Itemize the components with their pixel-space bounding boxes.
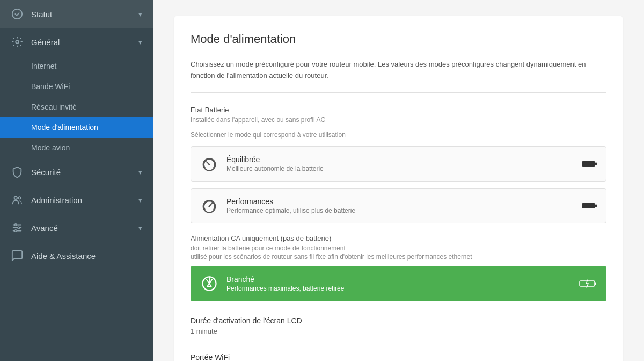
chevron-statut: ▾ [138, 10, 142, 18]
svg-line-23 [586, 280, 588, 284]
sidebar-label-statut: Statut [31, 10, 52, 19]
page-description: Choisissez un mode préconfiguré pour vot… [191, 59, 606, 93]
setting-row-portee-wifi[interactable]: Portée WiFi Étendue [191, 344, 606, 361]
svg-rect-14 [595, 162, 597, 165]
svg-point-2 [14, 197, 18, 200]
sidebar-item-administration[interactable]: Administration ▾ [0, 186, 153, 214]
sidebar-sub-mode-alimentation[interactable]: Mode d'alimentation [0, 117, 153, 138]
power-option-branche[interactable]: Branché Performances maximales, batterie… [191, 266, 606, 301]
battery-section-label: Etat Batterie Installée dans l'appareil,… [191, 106, 606, 139]
battery-full-icon-performances [581, 201, 597, 210]
check-circle-icon [11, 8, 24, 20]
content-card: Mode d'alimentation Choisissez un mode p… [174, 16, 623, 361]
power-option-equilibree[interactable]: Équilibrée Meilleure autonomie de la bat… [191, 146, 606, 182]
performances-text: Performances Performance optimale, utili… [226, 197, 355, 214]
speedometer-icon [200, 154, 219, 174]
settings-icon [11, 35, 24, 48]
main-content: Mode d'alimentation Choisissez un mode p… [153, 0, 644, 361]
svg-point-9 [14, 230, 17, 232]
tune-icon [11, 221, 24, 234]
chevron-general: ▾ [138, 38, 142, 46]
people-icon [11, 193, 24, 206]
branche-text: Branché Performances maximales, batterie… [226, 275, 344, 292]
svg-rect-13 [582, 161, 595, 167]
charging-icon [200, 274, 219, 293]
page-title: Mode d'alimentation [191, 32, 606, 46]
sidebar: Statut ▾ Général ▾ Internet Bande WiFi R… [0, 0, 153, 361]
sidebar-label-aide: Aide & Assistance [31, 251, 96, 261]
sidebar-sub-mode-avion[interactable]: Mode avion [0, 138, 153, 158]
svg-point-12 [209, 163, 210, 165]
svg-point-7 [14, 224, 17, 226]
shield-icon [11, 165, 24, 178]
sidebar-label-administration: Administration [31, 196, 82, 205]
svg-rect-19 [595, 204, 597, 207]
chevron-securite: ▾ [138, 168, 142, 176]
chat-icon [11, 249, 24, 262]
battery-full-icon-equilibree [581, 160, 597, 168]
power-option-performances[interactable]: Performances Performance optimale, utili… [191, 188, 606, 223]
chevron-administration: ▾ [138, 196, 142, 204]
sidebar-label-securite: Sécurité [31, 168, 61, 177]
sidebar-label-avance: Avancé [31, 223, 58, 233]
setting-row-duree-lcd[interactable]: Durée d'activation de l'écran LCD 1 minu… [191, 308, 606, 344]
sidebar-item-securite[interactable]: Sécurité ▾ [0, 158, 153, 186]
ca-section: Alimentation CA uniquement (pas de batte… [191, 234, 606, 261]
svg-point-17 [209, 205, 210, 207]
sidebar-sub-bande-wifi[interactable]: Bande WiFi [0, 76, 153, 97]
svg-point-8 [18, 227, 20, 229]
svg-rect-22 [595, 282, 596, 285]
sidebar-item-general[interactable]: Général ▾ [0, 28, 153, 56]
speedometer-fast-icon [200, 196, 219, 215]
svg-rect-18 [582, 203, 595, 208]
sidebar-sub-internet[interactable]: Internet [0, 56, 153, 76]
sidebar-label-general: Général [31, 38, 60, 47]
sidebar-item-statut[interactable]: Statut ▾ [0, 0, 153, 28]
chevron-avance: ▾ [138, 224, 142, 232]
sidebar-sub-reseau-invite[interactable]: Réseau invité [0, 97, 153, 117]
svg-point-1 [16, 40, 19, 44]
svg-point-0 [12, 9, 22, 19]
equilibree-text: Équilibrée Meilleure autonomie de la bat… [226, 155, 324, 172]
sidebar-item-avance[interactable]: Avancé ▾ [0, 214, 153, 242]
sidebar-item-aide[interactable]: Aide & Assistance [0, 242, 153, 270]
battery-icon-branche [579, 279, 597, 288]
svg-line-25 [587, 284, 588, 287]
svg-point-3 [18, 197, 21, 199]
